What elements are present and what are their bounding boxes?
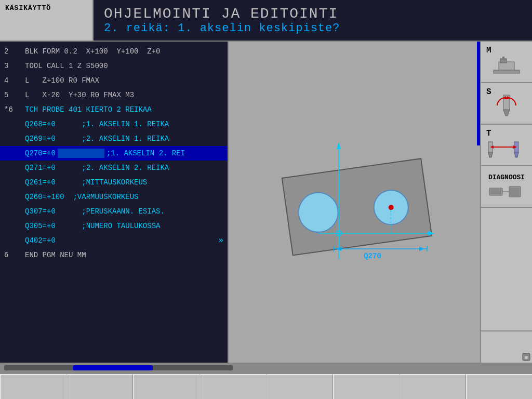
- code-line-q305: Q305=+0 ;NUMERO TAULUKOSSA: [0, 219, 228, 233]
- tool-s[interactable]: S: [481, 83, 532, 125]
- line-content-4: L Z+100 R0 FMAX: [25, 76, 99, 85]
- code-line-q402: Q402=+0 »: [0, 233, 228, 248]
- q268-param: Q268=+0: [25, 120, 56, 128]
- btn-1[interactable]: [0, 374, 66, 399]
- code-line-star6: *6 TCH PROBE 401 KIERTO 2 REIKAA: [0, 102, 228, 117]
- code-line-2: 2 BLK FORM 0.2 X+100 Y+100 Z+0: [0, 44, 228, 59]
- code-line-q307: Q307=+0 ;PERUSKAANN. ESIAS.: [0, 204, 228, 219]
- tool-m[interactable]: M: [481, 42, 532, 83]
- diagram-panel: Q270: [229, 42, 480, 363]
- svg-marker-23: [503, 110, 510, 116]
- btn-4[interactable]: [200, 374, 266, 399]
- q260-param: Q260=+100: [25, 193, 64, 201]
- line-content-6: END PGM NEU MM: [25, 251, 86, 259]
- tool-t-label: T: [486, 129, 491, 138]
- svg-rect-34: [490, 189, 501, 194]
- svg-rect-18: [499, 62, 514, 71]
- main-content: 2 BLK FORM 0.2 X+100 Y+100 Z+0 3 TOOL CA…: [0, 42, 532, 363]
- btn-2[interactable]: [66, 374, 133, 399]
- corner-icon: ⊞: [522, 353, 530, 361]
- q307-comment: ;PERUSKAANN. ESIAS.: [82, 207, 165, 216]
- scrollbar-track[interactable]: [4, 365, 233, 370]
- code-line-q260: Q260=+100 ;VARMUUSKORKEUS: [0, 190, 228, 204]
- diagnoosi-icon: [488, 184, 525, 200]
- more-arrow: »: [218, 236, 223, 245]
- mode-label: KÄSIKÄYTTÖ: [5, 4, 51, 12]
- code-line-q271: Q271=+0 ;2. AKSELIN 2. REIKA: [0, 161, 228, 175]
- line-content-5: L X-20 Y+30 R0 FMAX M3: [25, 91, 134, 99]
- line-content-2: BLK FORM 0.2 X+100 Y+100 Z+0: [25, 47, 160, 56]
- q305-comment: ;NUMERO TAULUKOSSA: [82, 222, 160, 230]
- svg-rect-21: [502, 57, 504, 60]
- title-sub: 2. reikä: 1. akselin keskipiste?: [104, 22, 522, 35]
- svg-text:⊞: ⊞: [525, 355, 527, 361]
- q269-comment: ;2. AKSELIN 1. REIKA: [82, 135, 169, 143]
- btn-7[interactable]: [400, 374, 466, 399]
- btn-5[interactable]: [267, 374, 333, 399]
- code-line-5: 5 L X-20 Y+30 R0 FMAX M3: [0, 88, 228, 102]
- svg-marker-29: [514, 152, 518, 157]
- tool-m-label: M: [486, 46, 491, 55]
- code-line-q270[interactable]: Q270=+0 ;1. AKSELIN 2. REI: [0, 146, 228, 161]
- svg-marker-27: [488, 152, 493, 157]
- q271-comment: ;2. AKSELIN 2. REIKA: [82, 164, 169, 172]
- tool-s-label: S: [486, 87, 491, 97]
- scrollbar-area: [0, 363, 532, 373]
- tool-t[interactable]: T: [481, 125, 532, 166]
- line-num-6: 6: [4, 251, 17, 259]
- blue-vertical-bar: [477, 42, 480, 145]
- btn-6[interactable]: [333, 374, 400, 399]
- machine-icon: [491, 51, 522, 77]
- q268-comment: ;1. AKSELIN 1. REIKA: [82, 120, 169, 128]
- tool-empty: [481, 208, 532, 331]
- code-line-4: 4 L Z+100 R0 FMAX: [0, 73, 228, 88]
- line-content-3: TOOL CALL 1 Z S5000: [25, 62, 108, 70]
- line-num-5: 5: [4, 91, 17, 99]
- svg-rect-36: [510, 188, 520, 196]
- title-area: OHJELMOINTI JA EDITOINTI 2. reikä: 1. ak…: [94, 0, 532, 41]
- q271-param: Q271=+0: [25, 164, 56, 172]
- tools-panel: M S T: [480, 42, 532, 363]
- svg-text:Q270: Q270: [364, 252, 381, 260]
- scrollbar-thumb[interactable]: [73, 365, 153, 370]
- mode-label-area: KÄSIKÄYTTÖ: [0, 0, 94, 41]
- code-line-q268: Q268=+0 ;1. AKSELIN 1. REIKA: [0, 117, 228, 131]
- q260-comment: ;VARMUUSKORKEUS: [73, 193, 138, 201]
- q270-value-bar: [58, 149, 104, 158]
- q270-param: Q270=+0: [25, 149, 56, 157]
- line-num-2: 2: [4, 47, 17, 56]
- q402-param: Q402=+0: [25, 236, 56, 245]
- line-content-star6: TCH PROBE 401 KIERTO 2 REIKAA: [25, 105, 152, 114]
- line-num-4: 4: [4, 76, 17, 85]
- q269-param: Q269=+0: [25, 135, 56, 143]
- q305-param: Q305=+0: [25, 222, 56, 230]
- diagram-canvas: Q270: [266, 119, 443, 285]
- bottom-toolbar: [0, 373, 532, 399]
- btn-8[interactable]: [466, 374, 532, 399]
- btn-3[interactable]: [133, 374, 200, 399]
- q261-comment: ;MITTAUSKORKEUS: [82, 178, 147, 187]
- code-line-q269: Q269=+0 ;2. AKSELIN 1. REIKA: [0, 131, 228, 146]
- diagnoosi-label: DIAGNOOSI: [488, 174, 525, 181]
- tool-change-icon: [486, 134, 527, 160]
- code-panel: 2 BLK FORM 0.2 X+100 Y+100 Z+0 3 TOOL CA…: [0, 42, 229, 363]
- svg-marker-5: [337, 142, 341, 149]
- tool-diagnoosi[interactable]: DIAGNOOSI: [481, 166, 532, 208]
- code-line-6: 6 END PGM NEU MM: [0, 248, 228, 262]
- title-main: OHJELMOINTI JA EDITOINTI: [104, 6, 522, 22]
- spindle-icon: [491, 92, 522, 118]
- svg-rect-20: [494, 70, 520, 73]
- code-line-3: 3 TOOL CALL 1 Z S5000: [0, 59, 228, 73]
- q307-param: Q307=+0: [25, 207, 56, 216]
- q261-param: Q261=+0: [25, 178, 56, 187]
- q270-comment: ;1. AKSELIN 2. REI: [107, 149, 185, 157]
- code-line-q261: Q261=+0 ;MITTAUSKORKEUS: [0, 175, 228, 190]
- tool-last: ⊞: [481, 331, 532, 363]
- diagram-svg: Q270: [266, 119, 443, 285]
- header: KÄSIKÄYTTÖ OHJELMOINTI JA EDITOINTI 2. r…: [0, 0, 532, 42]
- line-num-3: 3: [4, 62, 17, 70]
- line-num-star6: *6: [4, 105, 17, 114]
- svg-marker-15: [419, 247, 424, 251]
